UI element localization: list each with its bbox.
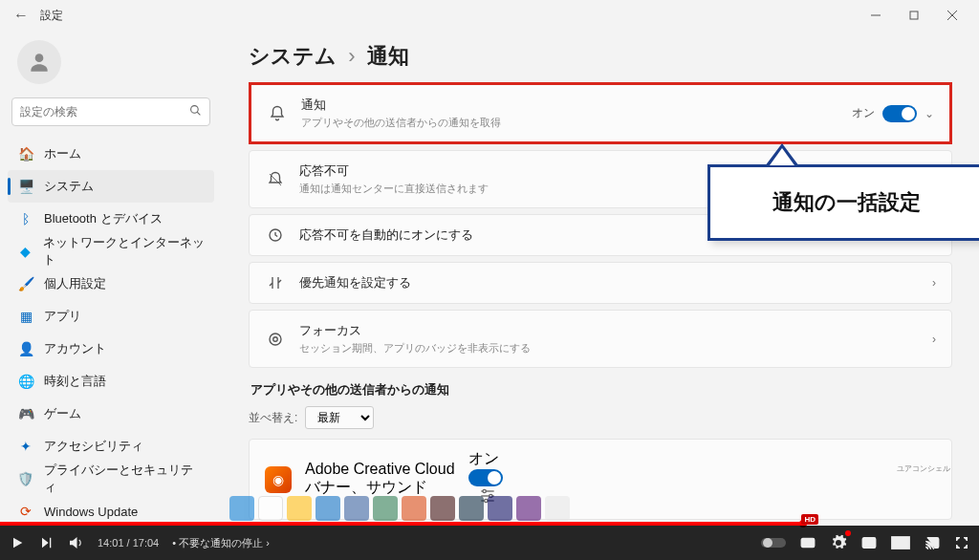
sidebar-item-time-language[interactable]: 🌐時刻と言語	[8, 365, 214, 398]
globe-icon: 🌐	[17, 373, 34, 390]
video-chapter[interactable]: • 不要な通知の停止 ›	[172, 536, 270, 550]
sidebar-item-label: ゲーム	[44, 405, 81, 422]
home-icon: 🏠	[17, 145, 34, 162]
system-icon: 🖥️	[17, 178, 34, 195]
taskbar-icon[interactable]	[258, 496, 283, 521]
sidebar-item-label: アカウント	[44, 340, 106, 357]
taskbar-icon[interactable]	[287, 496, 312, 521]
sidebar-item-label: アプリ	[44, 308, 81, 325]
sidebar-item-accessibility[interactable]: ✦アクセシビリティ	[8, 430, 214, 463]
sidebar-item-label: ホーム	[44, 145, 81, 162]
cast-button[interactable]	[924, 534, 941, 551]
taskbar-icon[interactable]	[229, 496, 254, 521]
toggle-label: オン	[852, 105, 875, 121]
sidebar-item-label: Bluetooth とデバイス	[44, 210, 163, 227]
gaming-icon: 🎮	[17, 405, 34, 422]
sidebar-item-accounts[interactable]: 👤アカウント	[8, 333, 214, 365]
brush-icon: 🖌️	[17, 275, 34, 292]
taskbar-icon[interactable]	[516, 496, 541, 521]
play-button[interactable]	[10, 535, 25, 550]
fullscreen-button[interactable]	[954, 535, 969, 550]
sidebar-nav: 🏠ホーム 🖥️システム ᛒBluetooth とデバイス ◆ネットワークとインタ…	[8, 138, 214, 528]
taskbar-icon[interactable]	[430, 496, 455, 521]
priority-card[interactable]: 優先通知を設定する ›	[249, 262, 952, 304]
subtitles-button[interactable]	[799, 534, 816, 551]
app-toggle[interactable]	[468, 469, 503, 486]
autoplay-toggle[interactable]	[761, 536, 786, 549]
sidebar-item-label: 個人用設定	[44, 275, 106, 292]
dnd-icon	[265, 171, 286, 188]
back-button[interactable]: ←	[8, 7, 34, 24]
sidebar-item-system[interactable]: 🖥️システム	[8, 170, 214, 203]
sidebar-item-apps[interactable]: ▦アプリ	[8, 300, 214, 333]
priority-icon	[265, 274, 286, 291]
maximize-button[interactable]	[895, 2, 933, 29]
svg-point-18	[763, 538, 772, 548]
accessibility-icon: ✦	[17, 438, 34, 455]
breadcrumb-parent[interactable]: システム	[249, 44, 337, 68]
sidebar-item-label: ネットワークとインターネット	[43, 234, 205, 269]
focus-icon	[265, 331, 286, 348]
search-input[interactable]	[20, 105, 189, 118]
svg-point-9	[270, 334, 281, 345]
callout-text: 通知の一括設定	[707, 164, 979, 241]
callout-pointer	[765, 143, 799, 166]
taskbar-icon[interactable]	[315, 496, 340, 521]
sidebar-item-privacy[interactable]: 🛡️プライバシーとセキュリティ	[8, 463, 214, 495]
sidebar-item-home[interactable]: 🏠ホーム	[8, 138, 214, 170]
sidebar-item-network[interactable]: ◆ネットワークとインターネット	[8, 235, 214, 268]
svg-rect-1	[910, 11, 918, 19]
notifications-card[interactable]: 通知 アプリやその他の送信者からの通知を取得 オン ⌄	[249, 82, 952, 144]
svg-point-4	[35, 54, 44, 62]
theater-button[interactable]	[891, 536, 910, 549]
window-titlebar: ← 設定	[0, 0, 979, 31]
next-button[interactable]	[38, 535, 54, 550]
sort-row: 並べ替え: 最新	[249, 406, 952, 429]
chevron-right-icon[interactable]: ›	[932, 333, 936, 346]
miniplayer-button[interactable]	[860, 534, 878, 551]
chevron-right-icon[interactable]: ›	[932, 276, 936, 290]
focus-card[interactable]: フォーカス セッション期間、アプリのバッジを非表示にする ›	[249, 310, 952, 368]
sidebar-item-bluetooth[interactable]: ᛒBluetooth とデバイス	[8, 203, 214, 235]
svg-rect-19	[801, 539, 815, 548]
update-icon: ⟳	[17, 503, 34, 520]
video-time: 14:01 / 17:04	[98, 537, 159, 549]
taskbar-icon[interactable]	[459, 496, 484, 521]
sidebar-item-personalization[interactable]: 🖌️個人用設定	[8, 268, 214, 300]
taskbar-icon[interactable]	[402, 496, 426, 521]
chevron-down-icon[interactable]: ⌄	[925, 107, 934, 120]
taskbar-icon[interactable]	[344, 496, 369, 521]
sidebar-item-label: 時刻と言語	[44, 373, 106, 390]
notifications-toggle[interactable]	[882, 105, 917, 122]
sidebar-item-label: システム	[44, 178, 94, 195]
shield-icon: 🛡️	[17, 470, 34, 487]
search-input-container[interactable]	[11, 97, 210, 126]
taskbar-icon[interactable]	[545, 496, 570, 521]
hd-badge: HD	[801, 514, 818, 525]
sidebar-item-gaming[interactable]: 🎮ゲーム	[8, 398, 214, 430]
adobe-cc-icon: ◉	[265, 466, 292, 493]
video-player-controls: 14:01 / 17:04 • 不要な通知の停止 ›	[0, 526, 979, 560]
scorecard-label: ユアコンシェル	[897, 463, 950, 474]
toggle-label: オン	[468, 450, 499, 466]
card-title: フォーカス	[299, 322, 919, 339]
bell-icon	[267, 105, 288, 122]
sidebar-item-label: アクセシビリティ	[44, 438, 143, 455]
taskbar-icon[interactable]	[488, 496, 512, 521]
account-icon: 👤	[17, 340, 34, 357]
sidebar: 🏠ホーム 🖥️システム ᛒBluetooth とデバイス ◆ネットワークとインタ…	[0, 31, 222, 526]
svg-line-6	[197, 112, 200, 115]
bluetooth-icon: ᛒ	[17, 210, 34, 227]
volume-button[interactable]	[67, 534, 84, 551]
card-title: 通知	[301, 97, 838, 114]
svg-point-10	[273, 336, 278, 341]
user-avatar[interactable]	[17, 40, 61, 84]
breadcrumb-separator: ›	[348, 44, 355, 68]
close-button[interactable]	[933, 2, 971, 29]
sidebar-item-label: プライバシーとセキュリティ	[44, 462, 205, 496]
minimize-button[interactable]	[857, 2, 895, 29]
window-title: 設定	[40, 8, 63, 24]
sort-select[interactable]: 最新	[305, 406, 374, 429]
taskbar-icon[interactable]	[373, 496, 398, 521]
settings-button[interactable]	[830, 534, 847, 551]
